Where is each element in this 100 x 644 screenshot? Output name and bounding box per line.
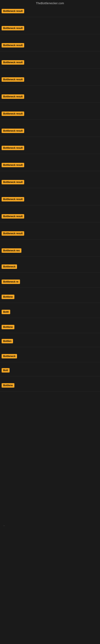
result-row-10: Bottleneck result — [0, 160, 100, 171]
result-row-23: Bott — [0, 365, 100, 376]
result-row-24: Bottlene — [0, 380, 100, 392]
bottleneck-badge-2[interactable]: Bottleneck result — [1, 26, 24, 30]
result-row-21: Bottlen — [0, 336, 100, 347]
result-row-20: Bottlene — [0, 322, 100, 333]
result-row-11: Bottleneck result — [0, 177, 100, 188]
result-row-19: Bottl — [0, 307, 100, 318]
bottleneck-badge-23[interactable]: Bott — [1, 368, 10, 372]
bottleneck-badge-15[interactable]: Bottleneck res — [1, 248, 21, 253]
bottleneck-badge-8[interactable]: Bottleneck result — [1, 128, 24, 133]
ellipsis-indicator: ... — [1, 523, 6, 527]
bottleneck-badge-17[interactable]: Bottleneck re — [1, 280, 20, 284]
result-row-5: Bottleneck result — [0, 74, 100, 86]
result-row-8: Bottleneck result — [0, 126, 100, 137]
result-row-2: Bottleneck result — [0, 23, 100, 34]
bottleneck-badge-1[interactable]: Bottleneck result — [1, 9, 24, 13]
bottleneck-badge-3[interactable]: Bottleneck result — [1, 43, 24, 48]
result-row-16: Bottleneck — [0, 262, 100, 273]
bottleneck-badge-10[interactable]: Bottleneck result — [1, 163, 24, 167]
bottleneck-badge-5[interactable]: Bottleneck result — [1, 77, 24, 82]
bottleneck-badge-9[interactable]: Bottleneck result — [1, 146, 24, 150]
result-row-6: Bottleneck result — [0, 92, 100, 103]
site-title: TheBottlenecker.com — [0, 0, 100, 6]
bottleneck-badge-7[interactable]: Bottleneck result — [1, 112, 24, 116]
result-row-4: Bottleneck result — [0, 57, 100, 68]
result-row-9: Bottleneck result — [0, 143, 100, 154]
result-row-22: Bottleneck — [0, 351, 100, 362]
result-row-1: Bottleneck result — [0, 6, 100, 17]
bottleneck-badge-12[interactable]: Bottleneck result — [1, 197, 24, 202]
bottleneck-badge-19[interactable]: Bottl — [1, 310, 10, 314]
bottleneck-badge-11[interactable]: Bottleneck result — [1, 180, 24, 184]
result-row-15: Bottleneck res — [0, 246, 100, 256]
bottleneck-badge-20[interactable]: Bottlene — [1, 325, 14, 329]
result-row-3: Bottleneck result — [0, 40, 100, 51]
result-row-17: Bottleneck re — [0, 277, 100, 288]
bottleneck-badge-16[interactable]: Bottleneck — [1, 264, 17, 269]
result-row-14: Bottleneck result — [0, 228, 100, 240]
bottleneck-badge-14[interactable]: Bottleneck result — [1, 231, 24, 236]
result-row-18: Bottlene — [0, 292, 100, 303]
bottleneck-badge-24[interactable]: Bottlene — [1, 383, 14, 388]
bottleneck-badge-22[interactable]: Bottleneck — [1, 354, 17, 358]
result-row-12: Bottleneck result — [0, 194, 100, 205]
result-row-13: Bottleneck result — [0, 211, 100, 222]
bottleneck-badge-4[interactable]: Bottleneck result — [1, 60, 24, 64]
bottleneck-badge-18[interactable]: Bottlene — [1, 295, 14, 299]
bottleneck-badge-21[interactable]: Bottlen — [1, 339, 13, 343]
result-row-7: Bottleneck result — [0, 109, 100, 120]
bottleneck-badge-13[interactable]: Bottleneck result — [1, 214, 24, 218]
bottleneck-badge-6[interactable]: Bottleneck result — [1, 94, 24, 99]
page-wrapper: TheBottlenecker.com ... Bottleneck resul… — [0, 0, 100, 6]
